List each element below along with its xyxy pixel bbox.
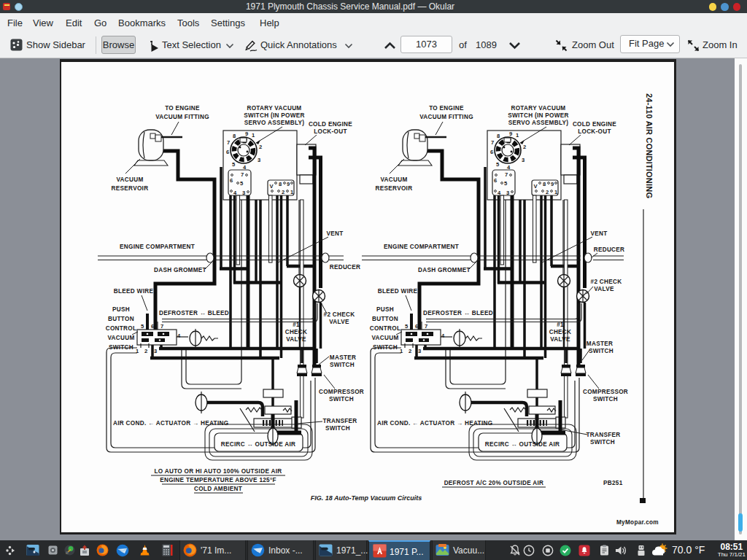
svg-text:ENGINE TEMPERATURE ABOVE 125°F: ENGINE TEMPERATURE ABOVE 125°F — [160, 477, 276, 483]
svg-text:SWITCH: SWITCH — [589, 348, 614, 354]
svg-text:#2 CHECK: #2 CHECK — [324, 311, 355, 318]
svg-text:SWITCH: SWITCH — [330, 362, 355, 368]
svg-text:SWITCH: SWITCH — [325, 425, 350, 432]
svg-text:SWITCH: SWITCH — [590, 439, 615, 446]
svg-text:VALVE: VALVE — [329, 319, 349, 325]
svg-text:MASTER: MASTER — [330, 354, 356, 361]
svg-text:TRANSFER: TRANSFER — [323, 418, 357, 424]
svg-text:PB251: PB251 — [603, 480, 623, 486]
svg-text:FIG. 18 Auto-Temp Vacuum Circ: FIG. 18 Auto-Temp Vacuum Circuits — [311, 494, 422, 502]
svg-text:LO AUTO OR HI AUTO 100% OUTSID: LO AUTO OR HI AUTO 100% OUTSIDE AIR — [155, 468, 282, 475]
svg-text:REDUCER: REDUCER — [330, 264, 361, 271]
svg-text:MyMopar.com: MyMopar.com — [616, 519, 659, 526]
svg-text:24-110 AIR CONDITIONING: 24-110 AIR CONDITIONING — [645, 93, 654, 198]
svg-text:VALVE: VALVE — [594, 286, 614, 292]
svg-text:REDUCER: REDUCER — [594, 246, 625, 253]
svg-text:COLD AMBIENT: COLD AMBIENT — [194, 486, 242, 492]
svg-text:MASTER: MASTER — [587, 341, 613, 347]
svg-text:TRANSFER: TRANSFER — [587, 432, 621, 438]
svg-text:DEFROST A/C 20% OUTSIDE AIR: DEFROST A/C 20% OUTSIDE AIR — [444, 480, 544, 486]
svg-text:#2 CHECK: #2 CHECK — [591, 279, 622, 285]
